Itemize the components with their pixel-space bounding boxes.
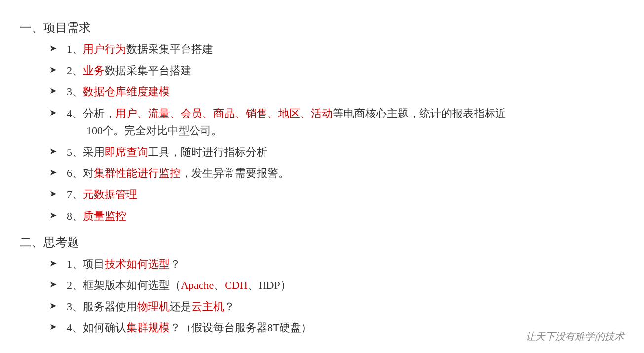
arrow-icon: ➤ xyxy=(49,165,57,180)
arrow-icon: ➤ xyxy=(49,299,57,313)
arrow-icon: ➤ xyxy=(49,63,57,77)
list-item: ➤ 2、业务数据采集平台搭建 xyxy=(49,62,624,79)
item-content: 1、用户行为数据采集平台搭建 xyxy=(67,40,624,58)
section-1: 一、项目需求 ➤ 1、用户行为数据采集平台搭建 ➤ 2、业务数据采集平台搭建 ➤… xyxy=(20,20,624,225)
item-content: 3、数据仓库维度建模 xyxy=(67,83,624,100)
list-item: ➤ 2、框架版本如何选型（Apache、CDH、HDP） xyxy=(49,276,624,294)
red-span: 集群规模 xyxy=(126,321,170,334)
red-span: 集群性能进行监控 xyxy=(94,167,181,179)
item-content: 2、业务数据采集平台搭建 xyxy=(67,62,624,79)
red-span: 用户、流量、会员、商品、销售、地区、活动 xyxy=(115,107,333,119)
red-span: 物理机 xyxy=(137,300,170,313)
list-item: ➤ 8、质量监控 xyxy=(49,207,624,225)
list-item: ➤ 3、数据仓库维度建模 xyxy=(49,83,624,100)
red-span-cloud: 云主机 xyxy=(191,300,224,313)
red-span: 元数据管理 xyxy=(83,188,137,200)
item-content: 2、框架版本如何选型（Apache、CDH、HDP） xyxy=(67,276,624,294)
list-item: ➤ 6、对集群性能进行监控，发生异常需要报警。 xyxy=(49,164,624,182)
red-span: 用户行为 xyxy=(83,43,126,55)
red-span: 数据仓库维度建模 xyxy=(83,85,170,98)
item-content: 5、采用即席查询工具，随时进行指标分析 xyxy=(67,143,624,160)
section-1-list: ➤ 1、用户行为数据采集平台搭建 ➤ 2、业务数据采集平台搭建 ➤ 3、数据仓库… xyxy=(49,40,624,225)
section-2-title: 二、思考题 xyxy=(20,235,624,250)
arrow-icon: ➤ xyxy=(49,144,57,158)
watermark: 让天下没有难学的技术 xyxy=(526,330,624,343)
list-item: ➤ 1、项目技术如何选型？ xyxy=(49,255,624,273)
list-item: ➤ 7、元数据管理 xyxy=(49,186,624,203)
list-item: ➤ 5、采用即席查询工具，随时进行指标分析 xyxy=(49,143,624,160)
red-span: 业务 xyxy=(83,64,105,77)
arrow-icon: ➤ xyxy=(49,277,57,292)
list-item: ➤ 4、分析，用户、流量、会员、商品、销售、地区、活动等电商核心主题，统计的报表… xyxy=(49,105,624,139)
item-content: 4、分析，用户、流量、会员、商品、销售、地区、活动等电商核心主题，统计的报表指标… xyxy=(67,105,624,139)
arrow-icon: ➤ xyxy=(49,41,57,56)
section-2: 二、思考题 ➤ 1、项目技术如何选型？ ➤ 2、框架版本如何选型（Apache、… xyxy=(20,235,624,337)
arrow-icon: ➤ xyxy=(49,320,57,334)
page-container: 一、项目需求 ➤ 1、用户行为数据采集平台搭建 ➤ 2、业务数据采集平台搭建 ➤… xyxy=(20,20,624,336)
list-item: ➤ 3、服务器使用物理机还是云主机？ xyxy=(49,298,624,315)
section-2-list: ➤ 1、项目技术如何选型？ ➤ 2、框架版本如何选型（Apache、CDH、HD… xyxy=(49,255,624,337)
arrow-icon: ➤ xyxy=(49,187,57,201)
red-span: 技术如何选型 xyxy=(105,258,170,270)
extra-text: 100个。完全对比中型公司。 xyxy=(86,124,222,137)
section-1-title: 一、项目需求 xyxy=(20,20,624,36)
arrow-icon: ➤ xyxy=(49,106,57,120)
red-span: 即席查询 xyxy=(105,146,148,158)
red-span: Apache xyxy=(181,279,214,291)
item-content: 1、项目技术如何选型？ xyxy=(67,255,624,273)
arrow-icon: ➤ xyxy=(49,208,57,223)
item-content: 7、元数据管理 xyxy=(67,186,624,203)
item-content: 8、质量监控 xyxy=(67,207,624,225)
item-content: 6、对集群性能进行监控，发生异常需要报警。 xyxy=(67,164,624,182)
arrow-icon: ➤ xyxy=(49,84,57,98)
red-span-cdh: CDH xyxy=(225,279,247,291)
list-item: ➤ 1、用户行为数据采集平台搭建 xyxy=(49,40,624,58)
arrow-icon: ➤ xyxy=(49,256,57,271)
item-content: 3、服务器使用物理机还是云主机？ xyxy=(67,298,624,315)
red-span: 质量监控 xyxy=(83,210,126,222)
